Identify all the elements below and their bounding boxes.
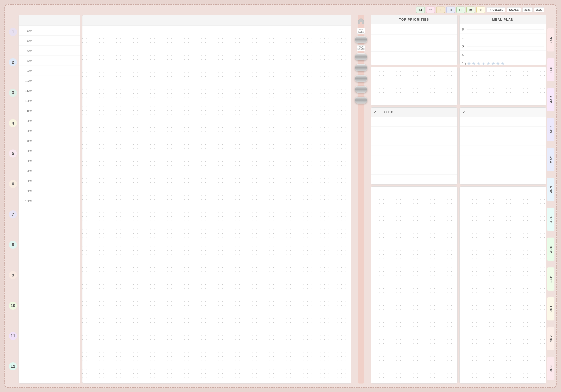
time-content-8am[interactable] [34, 56, 80, 66]
time-row-9pm: 9PM [19, 186, 80, 196]
month-tab-mar[interactable]: MAR [547, 88, 554, 111]
time-content-6am[interactable] [34, 36, 80, 45]
time-content-8pm[interactable] [34, 176, 80, 186]
month-tab-jun[interactable]: JUN [547, 178, 554, 201]
priority-line-2[interactable] [371, 35, 457, 43]
meal-plan-box: MEAL PLAN B L D [459, 15, 546, 65]
month-tab-oct[interactable]: OCT [547, 297, 554, 320]
priority-line-3[interactable] [371, 43, 457, 52]
nav-checkbox-icon[interactable]: ☑ [416, 7, 425, 13]
time-content-7pm[interactable] [34, 166, 80, 176]
bottom-box-left [371, 186, 458, 383]
notes-page [82, 15, 351, 383]
priority-line-1[interactable] [371, 26, 457, 35]
page-numbers: 1 2 3 4 5 6 7 8 9 10 11 12 [9, 15, 19, 383]
nav-dumbbell-icon[interactable]: ⊞ [446, 7, 455, 13]
todo-row-3[interactable] [371, 136, 457, 146]
notes-dot-grid[interactable] [82, 26, 351, 383]
checklist-row-5[interactable] [460, 155, 546, 165]
home-icon[interactable] [357, 17, 365, 26]
meal-letter-s: S [462, 53, 467, 57]
month-tab-aug[interactable]: AUG [547, 237, 554, 261]
nav-star-icon[interactable]: ☆ [476, 7, 485, 13]
meal-rows: B L D S [460, 24, 546, 65]
time-content-3pm[interactable] [34, 126, 80, 136]
page-num-10: 10 [9, 302, 17, 310]
time-content-6pm[interactable] [34, 156, 80, 166]
todo-row-6[interactable] [371, 165, 457, 175]
drop-4[interactable]: ◈ [482, 61, 485, 65]
time-content-12pm[interactable] [34, 96, 80, 106]
todo-title: TO DO [382, 111, 394, 114]
time-row-5pm: 5PM [19, 146, 80, 156]
meal-notes-row [371, 67, 546, 105]
nav-2021-label[interactable]: 2021 [522, 7, 533, 12]
time-content-9am[interactable] [34, 66, 80, 76]
right-top-row: TOP PRIORITIES MEAL PLAN B [371, 15, 546, 65]
todo-row-4[interactable] [371, 146, 457, 155]
priority-line-4[interactable] [371, 52, 457, 60]
time-7pm: 7PM [19, 169, 34, 173]
todo-row-5[interactable] [371, 155, 457, 165]
bottom-dot-grid-left[interactable] [371, 187, 457, 383]
meal-plan-header: MEAL PLAN [460, 15, 546, 24]
nav-goals-label[interactable]: GOALS [507, 7, 521, 12]
time-row-9am: 9AM [19, 66, 80, 76]
drop-2[interactable]: ◈ [472, 61, 475, 65]
top-nav: ☑ ♡ ⚔ ⊞ ◫ ▤ ☆ PROJECTS GOALS 2021 2022 [5, 5, 556, 15]
time-content-9pm[interactable] [34, 186, 80, 196]
nav-utensils-icon[interactable]: ⚔ [436, 7, 445, 13]
checklist-row-2[interactable] [460, 126, 546, 136]
time-5pm: 5PM [19, 149, 34, 153]
time-content-2pm[interactable] [34, 116, 80, 126]
checklist-row-4[interactable] [460, 146, 546, 155]
drop-6[interactable]: ◈ [492, 61, 495, 65]
time-row-7am: 7AM [19, 46, 80, 56]
month-tab-jan[interactable]: JAN [547, 28, 554, 52]
month-tab-sep[interactable]: SEP [547, 268, 554, 290]
month-tab-jul[interactable]: JUL [547, 208, 554, 231]
time-content-10pm[interactable] [34, 196, 80, 206]
time-content-5am[interactable] [34, 26, 80, 35]
time-row-6am: 6AM [19, 36, 80, 46]
checklist-row-3[interactable] [460, 136, 546, 146]
nav-doc-icon[interactable]: ▤ [466, 7, 475, 13]
todo-row-7[interactable] [371, 175, 457, 184]
bottom-section [371, 186, 546, 383]
nav-heart-icon[interactable]: ♡ [426, 7, 435, 13]
meal-notes-right-grid[interactable] [460, 67, 546, 105]
drop-1[interactable]: ◈ [467, 61, 471, 65]
drop-7[interactable]: ◈ [496, 61, 500, 65]
nav-projects-label[interactable]: PROJECTS [486, 7, 505, 12]
todo-row-2[interactable] [371, 126, 457, 136]
planner-outer: ☑ ♡ ⚔ ⊞ ◫ ▤ ☆ PROJECTS GOALS 2021 2022 1… [4, 4, 557, 388]
drop-8[interactable]: ◈ [501, 61, 505, 65]
checklist-rows [460, 117, 546, 165]
drop-3[interactable]: ◈ [477, 61, 480, 65]
todo-row-1[interactable] [371, 117, 457, 126]
time-content-4pm[interactable] [34, 136, 80, 146]
time-row-5am: 5AM [19, 26, 80, 36]
time-content-10am[interactable] [34, 76, 80, 86]
time-row-8am: 8AM [19, 56, 80, 66]
nav-2022-label[interactable]: 2022 [534, 7, 544, 12]
checklist-row-1[interactable] [460, 117, 546, 126]
time-content-1pm[interactable] [34, 106, 80, 116]
view-month-button[interactable]: VIEWMONTH [356, 45, 366, 51]
nav-money-icon[interactable]: ◫ [456, 7, 465, 13]
bottom-dot-grid-right[interactable] [460, 187, 546, 383]
time-content-11am[interactable] [34, 86, 80, 96]
month-tab-apr[interactable]: APR [547, 118, 554, 141]
time-content-7am[interactable] [34, 46, 80, 56]
meal-notes-left-grid[interactable] [371, 67, 457, 105]
month-tab-dec[interactable]: DEC [547, 357, 554, 380]
drop-5[interactable]: ◈ [487, 61, 490, 65]
priority-line-5[interactable] [371, 60, 457, 65]
time-content-5pm[interactable] [34, 146, 80, 156]
month-tab-feb[interactable]: FEB [547, 58, 554, 81]
meal-row-l: L [460, 34, 546, 42]
view-week-button[interactable]: VIEWWEEK [357, 28, 365, 34]
month-tab-may[interactable]: MAY [547, 148, 554, 171]
priorities-header: TOP PRIORITIES [371, 15, 457, 24]
month-tab-nov[interactable]: NOV [547, 327, 554, 350]
